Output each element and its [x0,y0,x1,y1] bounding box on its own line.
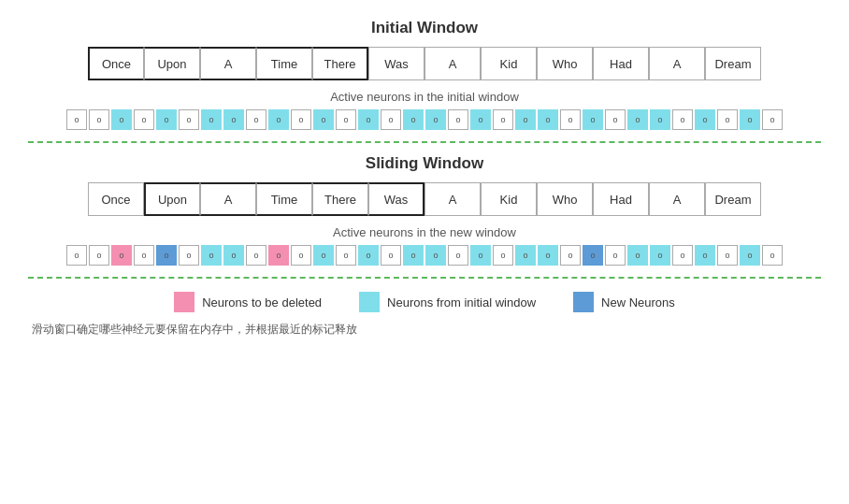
word-cell: Was [368,47,424,80]
neuron-cell: o [672,109,693,130]
initial-word-row: OnceUponATimeThereWasAKidWhoHadADream [28,47,821,80]
neuron-cell: o [156,245,177,266]
initial-window-title: Initial Window [28,19,821,37]
word-cell: A [649,47,705,80]
initial-neuron-label: Active neurons in the initial window [28,90,821,104]
neuron-cell: o [89,245,109,266]
neuron-cell: o [358,245,379,266]
neuron-cell: o [605,109,626,130]
legend: Neurons to be deletedNeurons from initia… [28,292,821,312]
neuron-cell: o [381,245,401,266]
sliding-window-section: Sliding Window OnceUponATimeThereWasAKid… [28,154,821,266]
word-cell: Who [537,47,593,80]
neuron-cell: o [627,109,648,130]
sliding-neuron-row: oooooooooooooooooooooooooooooooo [28,245,821,266]
neuron-cell: o [695,109,715,130]
neuron-cell: o [403,245,424,266]
neuron-cell: o [740,109,760,130]
neuron-cell: o [201,109,222,130]
word-cell: Dream [705,182,761,216]
legend-box-blue [573,292,594,312]
word-cell: A [424,182,481,216]
neuron-cell: o [560,245,581,266]
neuron-cell: o [470,245,491,266]
word-cell: Dream [705,47,761,80]
legend-item: Neurons to be deleted [174,292,322,312]
neuron-cell: o [134,109,154,130]
legend-item: New Neurons [573,292,675,312]
neuron-cell: o [156,109,177,130]
neuron-cell: o [583,245,603,266]
word-cell: Kid [481,47,537,80]
neuron-cell: o [515,245,536,266]
legend-label: Neurons to be deleted [202,295,322,310]
word-cell: Once [88,182,144,216]
neuron-cell: o [448,109,468,130]
initial-neuron-row: oooooooooooooooooooooooooooooooo [28,109,821,130]
neuron-cell: o [538,245,558,266]
word-cell: Was [368,182,424,216]
neuron-cell: o [223,109,244,130]
neuron-cell: o [515,109,536,130]
word-cell: Upon [144,182,200,216]
neuron-cell: o [111,109,132,130]
word-cell: Kid [481,182,537,216]
neuron-cell: o [493,109,513,130]
neuron-cell: o [560,109,581,130]
neuron-cell: o [403,109,424,130]
neuron-cell: o [717,109,738,130]
neuron-cell: o [627,245,648,266]
neuron-cell: o [313,245,334,266]
neuron-cell: o [336,245,356,266]
word-cell: A [200,182,256,216]
initial-window-section: Initial Window OnceUponATimeThereWasAKid… [28,19,821,130]
neuron-cell: o [89,109,109,130]
neuron-cell: o [672,245,693,266]
neuron-cell: o [695,245,715,266]
neuron-cell: o [358,109,379,130]
word-cell: Time [256,47,312,80]
neuron-cell: o [268,109,289,130]
neuron-cell: o [470,109,491,130]
legend-box-pink [174,292,194,312]
neuron-cell: o [268,245,289,266]
neuron-cell: o [336,109,356,130]
neuron-cell: o [740,245,760,266]
neuron-cell: o [583,109,603,130]
neuron-cell: o [291,109,311,130]
word-cell: Who [537,182,593,216]
neuron-cell: o [717,245,738,266]
section-divider-1 [28,141,821,143]
word-cell: A [200,47,256,80]
word-cell: A [424,47,481,80]
neuron-cell: o [246,245,266,266]
sliding-neuron-label: Active neurons in the new window [28,225,821,239]
neuron-cell: o [381,109,401,130]
word-cell: A [649,182,705,216]
word-cell: There [312,182,368,216]
caption: 滑动窗口确定哪些神经元要保留在内存中，并根据最近的标记释放 [28,322,821,338]
neuron-cell: o [66,109,87,130]
word-cell: Had [593,182,649,216]
sliding-word-row: OnceUponATimeThereWasAKidWhoHadADream [28,182,821,216]
neuron-cell: o [425,245,446,266]
neuron-cell: o [650,245,670,266]
word-cell: Upon [144,47,200,80]
neuron-cell: o [291,245,311,266]
section-divider-2 [28,277,821,279]
neuron-cell: o [313,109,334,130]
neuron-cell: o [66,245,87,266]
legend-label: Neurons from initial window [387,295,536,310]
neuron-cell: o [134,245,154,266]
neuron-cell: o [223,245,244,266]
neuron-cell: o [111,245,132,266]
neuron-cell: o [650,109,670,130]
neuron-cell: o [605,245,626,266]
neuron-cell: o [179,109,199,130]
neuron-cell: o [538,109,558,130]
word-cell: Time [256,182,312,216]
legend-item: Neurons from initial window [359,292,536,312]
word-cell: There [312,47,368,80]
legend-box-cyan [359,292,380,312]
neuron-cell: o [762,109,783,130]
